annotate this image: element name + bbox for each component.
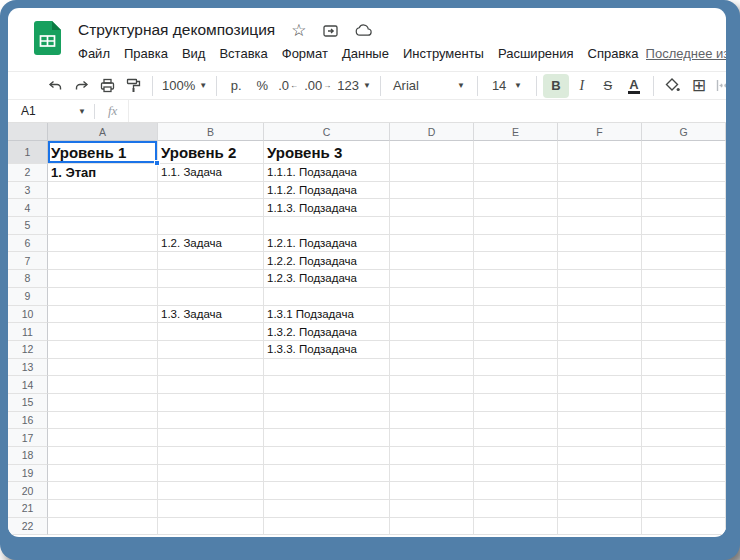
cell-F2[interactable] xyxy=(558,164,642,182)
cell-B19[interactable] xyxy=(158,465,264,483)
cell-D4[interactable] xyxy=(390,199,474,217)
column-header-C[interactable]: C xyxy=(264,123,390,141)
cell-F11[interactable] xyxy=(558,323,642,341)
cell-G1[interactable] xyxy=(642,141,726,164)
cell-E3[interactable] xyxy=(474,182,558,200)
menu-view[interactable]: Вид xyxy=(175,44,213,63)
cell-D1[interactable] xyxy=(390,141,474,164)
cell-F16[interactable] xyxy=(558,412,642,430)
cell-B21[interactable] xyxy=(158,500,264,518)
cell-F4[interactable] xyxy=(558,199,642,217)
cell-C6[interactable]: 1.2.1. Подзадача xyxy=(264,235,390,253)
cell-B5[interactable] xyxy=(158,217,264,235)
cell-G13[interactable] xyxy=(642,359,726,377)
cell-B6[interactable]: 1.2. Задача xyxy=(158,235,264,253)
redo-button[interactable] xyxy=(68,74,94,98)
cell-D18[interactable] xyxy=(390,447,474,465)
cell-F21[interactable] xyxy=(558,500,642,518)
cell-C14[interactable] xyxy=(264,376,390,394)
cell-A19[interactable] xyxy=(48,465,158,483)
currency-format-button[interactable]: р. xyxy=(223,74,249,98)
cell-G17[interactable] xyxy=(642,429,726,447)
row-header-8[interactable]: 8 xyxy=(8,270,48,288)
row-header-11[interactable]: 11 xyxy=(8,323,48,341)
cell-E17[interactable] xyxy=(474,429,558,447)
cell-E21[interactable] xyxy=(474,500,558,518)
increase-decimal-button[interactable]: .00→ xyxy=(301,74,334,98)
cell-C11[interactable]: 1.3.2. Подзадача xyxy=(264,323,390,341)
cell-E6[interactable] xyxy=(474,235,558,253)
cell-B16[interactable] xyxy=(158,412,264,430)
cell-D15[interactable] xyxy=(390,394,474,412)
cell-F1[interactable] xyxy=(558,141,642,164)
cell-D11[interactable] xyxy=(390,323,474,341)
strikethrough-button[interactable]: S xyxy=(595,74,621,98)
cell-C5[interactable] xyxy=(264,217,390,235)
cell-C9[interactable] xyxy=(264,288,390,306)
last-edit-link[interactable]: Последнее изменен xyxy=(646,46,726,61)
fill-handle[interactable] xyxy=(154,160,160,166)
text-color-button[interactable]: A xyxy=(621,74,647,98)
cell-G6[interactable] xyxy=(642,235,726,253)
cell-A5[interactable] xyxy=(48,217,158,235)
cell-C21[interactable] xyxy=(264,500,390,518)
cell-B8[interactable] xyxy=(158,270,264,288)
fill-color-button[interactable] xyxy=(660,74,686,98)
cell-B10[interactable]: 1.3. Задача xyxy=(158,306,264,324)
cell-D16[interactable] xyxy=(390,412,474,430)
cell-E14[interactable] xyxy=(474,376,558,394)
row-header-19[interactable]: 19 xyxy=(8,465,48,483)
cell-D3[interactable] xyxy=(390,182,474,200)
row-header-4[interactable]: 4 xyxy=(8,199,48,217)
cell-E16[interactable] xyxy=(474,412,558,430)
column-header-G[interactable]: G xyxy=(642,123,726,141)
cell-F22[interactable] xyxy=(558,518,642,536)
row-header-10[interactable]: 10 xyxy=(8,306,48,324)
font-size-dropdown[interactable]: 14▼ xyxy=(484,74,530,98)
cell-B14[interactable] xyxy=(158,376,264,394)
cell-E10[interactable] xyxy=(474,306,558,324)
cell-E13[interactable] xyxy=(474,359,558,377)
cell-B1[interactable]: Уровень 2 xyxy=(158,141,264,164)
cell-F7[interactable] xyxy=(558,252,642,270)
cell-D21[interactable] xyxy=(390,500,474,518)
menu-insert[interactable]: Вставка xyxy=(212,44,274,63)
cell-B9[interactable] xyxy=(158,288,264,306)
bold-button[interactable]: B xyxy=(543,74,569,98)
menu-data[interactable]: Данные xyxy=(335,44,396,63)
cell-E5[interactable] xyxy=(474,217,558,235)
cell-A15[interactable] xyxy=(48,394,158,412)
cell-B18[interactable] xyxy=(158,447,264,465)
cell-C22[interactable] xyxy=(264,518,390,536)
cell-G5[interactable] xyxy=(642,217,726,235)
cell-G4[interactable] xyxy=(642,199,726,217)
cell-C8[interactable]: 1.2.3. Подзадача xyxy=(264,270,390,288)
menu-file[interactable]: Файл xyxy=(78,44,117,63)
cell-C2[interactable]: 1.1.1. Подзадача xyxy=(264,164,390,182)
cell-D5[interactable] xyxy=(390,217,474,235)
cell-G14[interactable] xyxy=(642,376,726,394)
cell-B12[interactable] xyxy=(158,341,264,359)
zoom-dropdown[interactable]: 100%▼ xyxy=(159,74,210,98)
cell-E18[interactable] xyxy=(474,447,558,465)
cell-F3[interactable] xyxy=(558,182,642,200)
cell-F17[interactable] xyxy=(558,429,642,447)
cell-E9[interactable] xyxy=(474,288,558,306)
row-header-2[interactable]: 2 xyxy=(8,164,48,182)
cell-D6[interactable] xyxy=(390,235,474,253)
row-header-17[interactable]: 17 xyxy=(8,429,48,447)
cell-B2[interactable]: 1.1. Задача xyxy=(158,164,264,182)
cell-A9[interactable] xyxy=(48,288,158,306)
row-header-7[interactable]: 7 xyxy=(8,252,48,270)
row-header-6[interactable]: 6 xyxy=(8,235,48,253)
cell-E15[interactable] xyxy=(474,394,558,412)
cell-F12[interactable] xyxy=(558,341,642,359)
cell-D2[interactable] xyxy=(390,164,474,182)
number-format-button[interactable]: 123▼ xyxy=(334,74,374,98)
cell-F6[interactable] xyxy=(558,235,642,253)
cell-E12[interactable] xyxy=(474,341,558,359)
cell-A17[interactable] xyxy=(48,429,158,447)
column-header-F[interactable]: F xyxy=(558,123,642,141)
cell-B17[interactable] xyxy=(158,429,264,447)
star-icon[interactable]: ☆ xyxy=(291,22,306,39)
